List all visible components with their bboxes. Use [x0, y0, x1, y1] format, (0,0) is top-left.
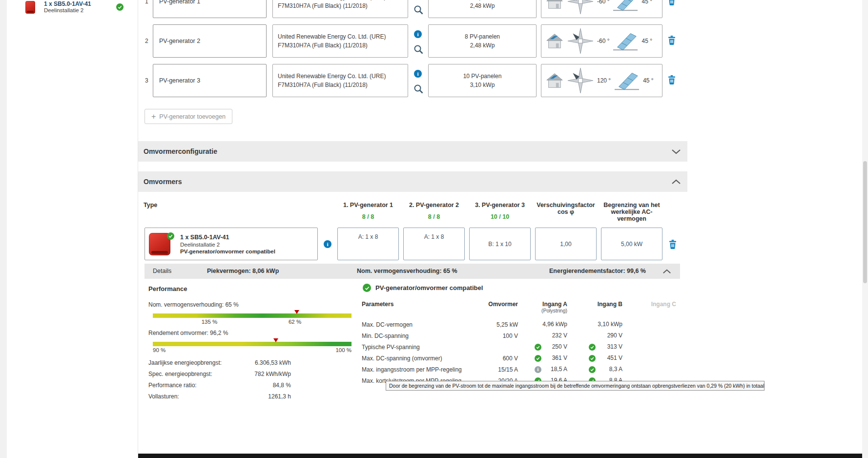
- info-icon[interactable]: i: [324, 240, 331, 248]
- gauge2-tick-right: 100 %: [335, 347, 351, 354]
- check-circle-icon: [167, 232, 174, 240]
- module-info-box: United Renewable Energy Co. Ltd. (URE) F…: [272, 64, 408, 97]
- gauge1-tick-135: 135 %: [202, 319, 218, 325]
- gauge-marker-icon: [273, 338, 278, 342]
- stat-row: Performance ratio:84,8 %: [148, 382, 291, 393]
- panel-power: 2,48 kWp: [470, 41, 495, 50]
- string-config-cell-pv2[interactable]: A: 1 x 8: [403, 228, 465, 260]
- module-manufacturer: United Renewable Energy Co. Ltd. (URE): [278, 32, 403, 41]
- gauge-bar: [153, 313, 351, 318]
- details-bar[interactable]: Details Piekvermogen: 8,06 kWp Nom. verm…: [145, 264, 680, 279]
- check-circle-icon: [363, 284, 371, 292]
- ac-limit-cell[interactable]: 5,00 kW: [601, 228, 662, 260]
- orientation-box: -60 ° 45 °: [541, 24, 662, 58]
- search-icon[interactable]: [413, 44, 423, 56]
- stat-row: Jaarlijkse energieopbrengst:6.306,53 kWh: [148, 359, 291, 371]
- left-panel-strip: [0, 0, 7, 458]
- panel-power: 3,10 kWp: [470, 81, 495, 89]
- parameter-row: Max. DC-spanning (omvormer) 600 V 361 V …: [362, 353, 677, 364]
- orientation-box: -60 ° 45 °: [541, 0, 662, 18]
- section-omvormers[interactable]: Omvormers: [138, 171, 687, 192]
- stat-row: Spec. energieopbrengst:782 kWh/kWp: [148, 371, 291, 382]
- gauge1-tick-62: 62 %: [289, 319, 301, 325]
- check-circle-icon: [116, 3, 124, 11]
- info-icon[interactable]: i: [414, 30, 422, 38]
- tilt-value: 45 °: [643, 77, 653, 84]
- gauge-marker-icon: [294, 310, 299, 314]
- compass-icon: [567, 0, 594, 15]
- check-circle-icon: [535, 344, 541, 351]
- string-config-cell-pv1[interactable]: A: 1 x 8: [337, 228, 399, 260]
- sidebar-item-inverter[interactable]: 1 x SB5.0-1AV-41 Deelinstallatie 2: [7, 0, 138, 17]
- info-icon[interactable]: i: [535, 366, 541, 373]
- parameter-row: Typische PV-spanning 250 V 313 V: [362, 341, 677, 353]
- gauge1-label: Nom. vermogensverhouding: 65 %: [148, 301, 239, 308]
- compass-icon: [567, 28, 594, 54]
- check-circle-icon: [589, 355, 596, 362]
- bottom-bar: [138, 454, 868, 458]
- tilted-panel-icon: [614, 70, 640, 91]
- inverter-subtitle: Deelinstallatie 2: [180, 242, 220, 248]
- compass-icon: [567, 67, 594, 94]
- cos-phi-cell[interactable]: 1,00: [535, 228, 597, 260]
- trash-icon[interactable]: [668, 75, 676, 86]
- plus-icon: +: [151, 113, 156, 121]
- nominal-power-ratio: Nom. vermogensverhouding: 65 %: [357, 268, 457, 274]
- add-pv-generator-button[interactable]: + PV-generator toevoegen: [145, 109, 232, 124]
- pv-generator-name-input[interactable]: [153, 64, 267, 97]
- module-type: F7M310H7A (Full Black) (11/2018): [278, 41, 403, 50]
- column-header-cos-phi: Verschuivingsfactor cos φ: [535, 202, 597, 215]
- chevron-up-icon[interactable]: [662, 269, 671, 274]
- pv-generator-name-input[interactable]: [153, 0, 267, 18]
- module-type: F7M310H7A (Full Black) (11/2018): [278, 81, 403, 89]
- check-circle-icon: [589, 344, 596, 351]
- compatibility-title: PV-generator/omvormer compatibel: [375, 284, 483, 291]
- pv-generator-name-input[interactable]: [153, 24, 267, 58]
- house-icon: [545, 0, 564, 10]
- panel-count: 8 PV-panelen: [465, 32, 500, 41]
- module-info-box: United Renewable Energy Co. Ltd. (URE) F…: [272, 0, 408, 18]
- string-config-cell-pv3[interactable]: B: 1 x 10: [469, 228, 531, 260]
- parameter-row: Min. DC-spanning 100 V 232 V 290 V: [362, 330, 677, 341]
- parameters-table-header: Parameters Omvormer Ingang A(Polystring)…: [362, 298, 677, 319]
- info-icon[interactable]: i: [414, 70, 422, 78]
- details-label: Details: [153, 268, 171, 274]
- module-info-box: United Renewable Energy Co. Ltd. (URE) F…: [272, 24, 408, 58]
- search-icon[interactable]: [413, 84, 423, 95]
- inverter-title: 1 x SB5.0-1AV-41: [180, 234, 229, 241]
- panel-count-box: 8 PV-panelen 2,48 kWp: [428, 24, 537, 58]
- tilt-value: 45 °: [641, 0, 652, 5]
- pv-generator-row: 3 United Renewable Energy Co. Ltd. (URE)…: [138, 64, 687, 97]
- performance-title: Performance: [148, 285, 187, 292]
- row-index: 1: [145, 0, 148, 5]
- gauge2-label: Rendement omvormer: 96,2 %: [148, 330, 228, 336]
- chevron-up-icon[interactable]: [671, 179, 681, 185]
- inverter-card[interactable]: 1 x SB5.0-1AV-41 Deelinstallatie 2 PV-ge…: [145, 228, 318, 260]
- gauge2-tick-left: 90 %: [153, 347, 165, 354]
- tilted-panel-icon: [613, 0, 638, 12]
- column-header-pv3: 3. PV-generator 3 10 / 10: [469, 202, 531, 220]
- trash-icon[interactable]: [669, 240, 677, 250]
- inverter-device-icon: [25, 1, 35, 14]
- panel-count-box: 10 PV-panelen 3,10 kWp: [428, 64, 537, 97]
- assigned-count: 8 / 8: [337, 213, 399, 220]
- performance-stats: Jaarlijkse energieopbrengst:6.306,53 kWh…: [148, 359, 291, 404]
- row-index: 3: [145, 77, 148, 84]
- scrollbar-thumb[interactable]: [863, 161, 867, 283]
- chevron-down-icon[interactable]: [671, 149, 681, 154]
- column-header-pv2: 2. PV-generator 2 8 / 8: [403, 202, 465, 220]
- power-ratio-gauge: 135 % 62 %: [153, 310, 351, 326]
- vertical-scrollbar[interactable]: [862, 0, 868, 458]
- parameter-row: Max. ingangsstroom per MPP-regeling 15/1…: [362, 364, 677, 375]
- trash-icon[interactable]: [668, 0, 676, 7]
- tilt-value: 45 °: [641, 38, 652, 44]
- sidebar: 1 x SB5.0-1AV-41 Deelinstallatie 2: [7, 0, 138, 458]
- azimuth-value: -60 °: [597, 38, 609, 44]
- gauge-bar: [153, 342, 351, 346]
- trash-icon[interactable]: [668, 36, 676, 46]
- pv-generator-row: 2 United Renewable Energy Co. Ltd. (URE)…: [138, 24, 687, 58]
- house-icon: [545, 72, 564, 89]
- section-omvormerconfiguratie[interactable]: Omvormerconfiguratie: [138, 141, 687, 162]
- search-icon[interactable]: [413, 5, 423, 16]
- tilted-panel-icon: [613, 31, 638, 51]
